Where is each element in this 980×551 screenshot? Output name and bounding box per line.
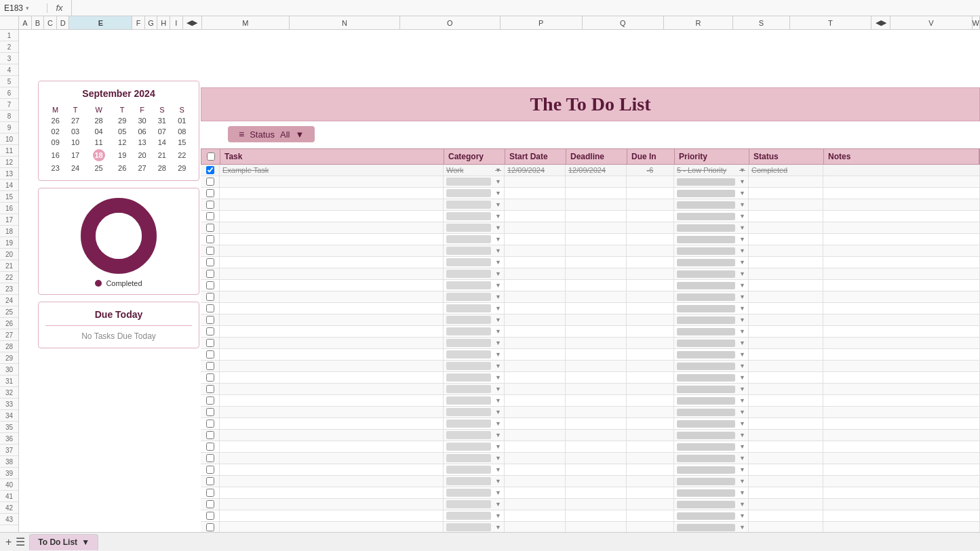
row-checkbox-empty[interactable] bbox=[201, 487, 220, 498]
td-status-empty[interactable] bbox=[749, 314, 823, 325]
td-status-empty[interactable] bbox=[749, 510, 823, 521]
td-start-empty[interactable] bbox=[505, 257, 566, 268]
td-deadline-empty[interactable] bbox=[566, 257, 627, 268]
row-checkbox-empty[interactable] bbox=[201, 430, 220, 441]
cell-ref-box[interactable]: E183 ▾ bbox=[0, 3, 47, 13]
cal-cell[interactable]: 24 bbox=[65, 163, 85, 174]
td-task-empty[interactable] bbox=[220, 441, 444, 452]
td-start-empty[interactable] bbox=[505, 430, 566, 441]
row-checkbox-empty[interactable] bbox=[201, 407, 220, 417]
td-category-empty[interactable]: ▼ bbox=[444, 314, 505, 325]
td-start-empty[interactable] bbox=[505, 499, 566, 510]
cal-cell[interactable]: 09 bbox=[45, 137, 65, 148]
td-task-empty[interactable] bbox=[220, 245, 444, 256]
td-duein-empty[interactable] bbox=[627, 326, 674, 337]
td-status-empty[interactable] bbox=[749, 338, 823, 348]
td-status-empty[interactable] bbox=[749, 361, 823, 371]
td-notes-empty[interactable] bbox=[823, 199, 980, 210]
td-category-empty[interactable]: ▼ bbox=[444, 257, 505, 268]
td-start-empty[interactable] bbox=[505, 361, 566, 371]
td-category-empty[interactable]: ▼ bbox=[444, 199, 505, 210]
td-notes-empty[interactable] bbox=[823, 280, 980, 291]
td-deadline-empty[interactable] bbox=[566, 407, 627, 417]
td-deadline-empty[interactable] bbox=[566, 245, 627, 256]
cal-cell[interactable]: 27 bbox=[132, 163, 152, 174]
td-status-empty[interactable] bbox=[749, 291, 823, 302]
cal-cell[interactable]: 05 bbox=[112, 126, 132, 137]
td-priority-empty[interactable]: ▼ bbox=[674, 222, 749, 233]
td-start-empty[interactable] bbox=[505, 326, 566, 337]
td-notes-empty[interactable] bbox=[823, 476, 980, 487]
col-header-a[interactable]: A bbox=[19, 16, 32, 29]
td-task-empty[interactable] bbox=[220, 199, 444, 210]
row-checkbox-empty[interactable] bbox=[201, 349, 220, 360]
cal-cell[interactable]: 21 bbox=[152, 148, 172, 163]
td-status-empty[interactable] bbox=[749, 268, 823, 279]
td-duein-empty[interactable] bbox=[627, 245, 674, 256]
cal-cell[interactable]: 18 bbox=[85, 148, 113, 163]
th-checkbox[interactable] bbox=[201, 149, 220, 164]
td-category-empty[interactable]: ▼ bbox=[444, 245, 505, 256]
col-header-g[interactable]: G bbox=[145, 16, 158, 29]
td-status-empty[interactable] bbox=[749, 326, 823, 337]
row-checkbox-empty[interactable] bbox=[201, 314, 220, 325]
td-priority-empty[interactable]: ▼ bbox=[674, 418, 749, 429]
td-task-empty[interactable] bbox=[220, 361, 444, 371]
td-deadline-empty[interactable] bbox=[566, 522, 627, 533]
td-deadline-empty[interactable] bbox=[566, 188, 627, 199]
td-category-empty[interactable]: ▼ bbox=[444, 418, 505, 429]
td-duein-empty[interactable] bbox=[627, 407, 674, 417]
task-checkbox-empty[interactable] bbox=[206, 466, 214, 474]
task-checkbox-empty[interactable] bbox=[206, 408, 214, 416]
td-category-empty[interactable]: ▼ bbox=[444, 372, 505, 383]
td-start-empty[interactable] bbox=[505, 222, 566, 233]
task-checkbox-empty[interactable] bbox=[206, 489, 214, 497]
task-checkbox-empty[interactable] bbox=[206, 224, 214, 232]
td-status-empty[interactable] bbox=[749, 222, 823, 233]
td-status-empty[interactable] bbox=[749, 372, 823, 383]
td-start-empty[interactable] bbox=[505, 522, 566, 533]
td-notes-empty[interactable] bbox=[823, 188, 980, 199]
td-duein-empty[interactable] bbox=[627, 257, 674, 268]
row-checkbox-empty[interactable] bbox=[201, 199, 220, 210]
td-duein-empty[interactable] bbox=[627, 314, 674, 325]
row-checkbox-empty[interactable] bbox=[201, 326, 220, 337]
col-header-t[interactable]: T bbox=[790, 16, 872, 29]
td-notes-empty[interactable] bbox=[823, 510, 980, 521]
task-checkbox-empty[interactable] bbox=[206, 281, 214, 289]
td-status-empty[interactable] bbox=[749, 522, 823, 533]
td-duein-empty[interactable] bbox=[627, 222, 674, 233]
td-priority-empty[interactable]: ▼ bbox=[674, 361, 749, 371]
td-duein-empty[interactable] bbox=[627, 291, 674, 302]
td-deadline-empty[interactable] bbox=[566, 314, 627, 325]
cal-cell[interactable]: 25 bbox=[85, 163, 113, 174]
td-status-empty[interactable] bbox=[749, 349, 823, 360]
td-priority-empty[interactable]: ▼ bbox=[674, 188, 749, 199]
td-category-empty[interactable]: ▼ bbox=[444, 291, 505, 302]
filter-button[interactable]: ≡ Status All ▼ bbox=[228, 126, 315, 142]
td-duein-empty[interactable] bbox=[627, 441, 674, 452]
td-deadline-empty[interactable] bbox=[566, 349, 627, 360]
td-category-empty[interactable]: ▼ bbox=[444, 395, 505, 406]
td-deadline-empty[interactable] bbox=[566, 418, 627, 429]
td-category-empty[interactable]: ▼ bbox=[444, 211, 505, 222]
cal-cell[interactable]: 31 bbox=[152, 115, 172, 126]
td-task-empty[interactable] bbox=[220, 372, 444, 383]
td-deadline-empty[interactable] bbox=[566, 176, 627, 187]
col-header-n[interactable]: N bbox=[290, 16, 399, 29]
td-duein-empty[interactable] bbox=[627, 464, 674, 475]
cal-cell[interactable]: 01 bbox=[172, 115, 192, 126]
td-priority-empty[interactable]: ▼ bbox=[674, 338, 749, 348]
todo-list-tab[interactable]: To Do List ▼ bbox=[29, 534, 98, 550]
add-sheet-button[interactable]: + bbox=[5, 536, 12, 548]
td-task-empty[interactable] bbox=[220, 522, 444, 533]
row-checkbox-empty[interactable] bbox=[201, 418, 220, 429]
cal-cell[interactable]: 02 bbox=[45, 126, 65, 137]
td-priority-empty[interactable]: ▼ bbox=[674, 464, 749, 475]
td-deadline-empty[interactable] bbox=[566, 441, 627, 452]
td-notes-empty[interactable] bbox=[823, 268, 980, 279]
td-deadline-empty[interactable] bbox=[566, 430, 627, 441]
td-priority-empty[interactable]: ▼ bbox=[674, 476, 749, 487]
cal-cell[interactable]: 03 bbox=[65, 126, 85, 137]
td-priority-empty[interactable]: ▼ bbox=[674, 395, 749, 406]
